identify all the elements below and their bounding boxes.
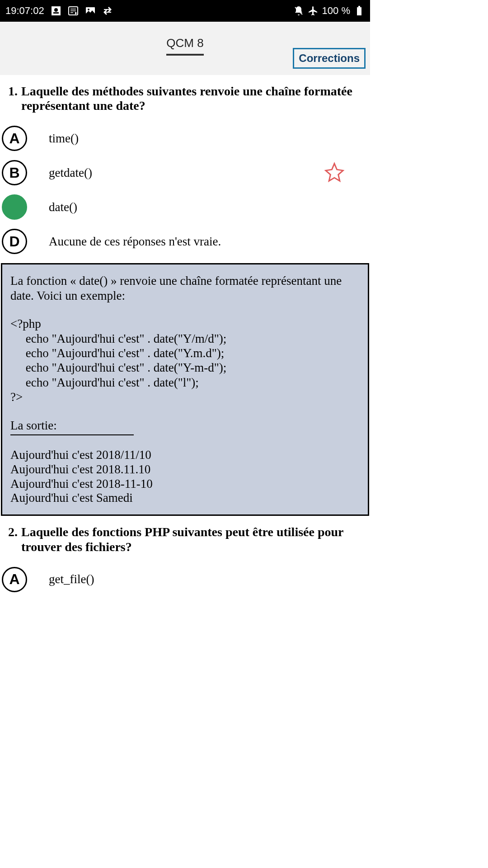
question-body-2: Laquelle des fonctions PHP suivantes peu… <box>21 525 362 554</box>
option-letter-b: B <box>2 160 27 185</box>
news-icon <box>68 5 79 16</box>
output-label-wrap: La sortie: <box>10 418 360 435</box>
option-text-a: time() <box>49 132 79 146</box>
picture-icon <box>85 5 96 16</box>
status-bar: 19:07:02 100 % <box>0 0 370 22</box>
transfer-icon <box>102 5 113 16</box>
question-text-2: 2. Laquelle des fonctions PHP suivantes … <box>8 525 362 554</box>
explanation-box: La fonction « date() » renvoie une chaîn… <box>1 263 369 516</box>
option-a[interactable]: A time() <box>2 121 370 156</box>
option-letter-d: D <box>2 229 27 254</box>
option-text-b: getdate() <box>49 166 92 180</box>
option-b[interactable]: B getdate() <box>2 156 370 190</box>
question-number: 1. <box>8 84 18 113</box>
svg-rect-11 <box>358 6 360 7</box>
question-number-2: 2. <box>8 525 18 554</box>
code-block: <?php echo "Aujourd'hui c'est" . date("Y… <box>10 316 360 404</box>
option-text-c: date() <box>49 200 77 214</box>
svg-marker-6 <box>75 12 77 14</box>
option-letter-a-q2: A <box>2 567 27 592</box>
app-header: QCM 8 Corrections <box>0 22 370 75</box>
status-right: 100 % <box>293 5 365 17</box>
option-text-a-q2: get_file() <box>49 572 94 586</box>
options-q1: A time() B getdate() date() D Aucune de … <box>0 118 370 259</box>
battery-text: 100 % <box>322 5 350 17</box>
svg-rect-10 <box>357 7 361 15</box>
explanation-intro: La fonction « date() » renvoie une chaîn… <box>10 274 360 303</box>
output-label: La sortie: <box>10 418 134 435</box>
option-a-q2[interactable]: A get_file() <box>2 562 370 597</box>
svg-point-8 <box>88 9 89 10</box>
question-1: 1. Laquelle des méthodes suivantes renvo… <box>0 75 370 118</box>
prayer-icon <box>51 5 61 16</box>
option-d[interactable]: D Aucune de ces réponses n'est vraie. <box>2 224 370 259</box>
corrections-button[interactable]: Corrections <box>293 48 366 69</box>
options-q2: A get_file() <box>0 559 370 597</box>
output-lines: Aujourd'hui c'est 2018/11/10 Aujourd'hui… <box>10 448 360 505</box>
bell-off-icon <box>293 5 304 16</box>
option-letter-a: A <box>2 126 27 151</box>
question-2: 2. Laquelle des fonctions PHP suivantes … <box>0 516 370 558</box>
option-text-d: Aucune de ces réponses n'est vraie. <box>49 235 221 249</box>
question-text: 1. Laquelle des méthodes suivantes renvo… <box>8 84 362 113</box>
status-left: 19:07:02 <box>5 5 113 17</box>
question-body: Laquelle des méthodes suivantes renvoie … <box>21 84 362 113</box>
svg-rect-1 <box>53 12 59 14</box>
status-time: 19:07:02 <box>5 5 44 17</box>
option-c[interactable]: date() <box>2 190 370 224</box>
tab-title[interactable]: QCM 8 <box>166 36 203 56</box>
star-icon[interactable] <box>324 162 345 183</box>
battery-icon <box>354 5 365 16</box>
airplane-icon <box>308 5 319 16</box>
option-letter-c-correct <box>2 194 27 220</box>
content: 1. Laquelle des méthodes suivantes renvo… <box>0 75 370 597</box>
